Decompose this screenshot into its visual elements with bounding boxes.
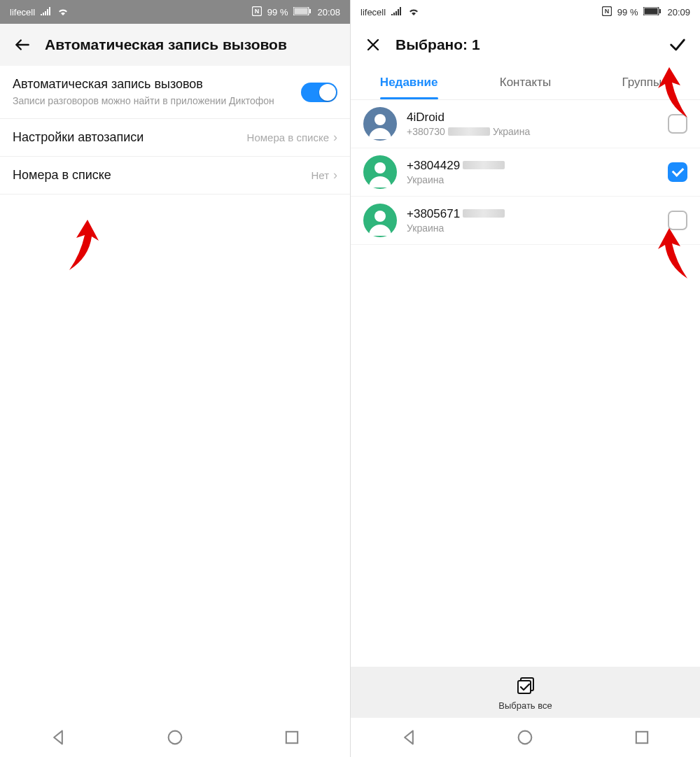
signal-icon xyxy=(391,7,402,17)
svg-text:N: N xyxy=(605,8,610,15)
screen-right: lifecell N 99 % 20:09 xyxy=(350,0,700,757)
status-bar: lifecell N 99 % 20:08 xyxy=(0,0,350,24)
settings-value: Номера в списке xyxy=(247,132,329,143)
row-autorecord-toggle[interactable]: Автоматическая запись вызовов Записи раз… xyxy=(0,66,350,119)
battery-icon xyxy=(293,7,312,17)
contact-row[interactable]: +3804429 Украина xyxy=(351,148,700,197)
wifi-icon xyxy=(408,7,419,17)
nav-recent[interactable] xyxy=(632,728,652,747)
header: Автоматическая запись вызовов xyxy=(0,24,350,66)
header: Выбрано: 1 xyxy=(351,24,700,66)
settings-title: Настройки автозаписи xyxy=(13,130,247,145)
svg-rect-11 xyxy=(659,9,661,13)
nav-home[interactable] xyxy=(165,728,185,747)
system-nav xyxy=(351,718,700,757)
contact-sub: Украина xyxy=(407,222,668,234)
battery-icon xyxy=(643,7,662,17)
nav-recent[interactable] xyxy=(282,728,302,747)
close-button[interactable] xyxy=(359,31,387,59)
checkbox[interactable] xyxy=(668,162,687,182)
select-all-icon xyxy=(517,677,535,695)
svg-point-20 xyxy=(519,731,532,744)
svg-point-17 xyxy=(374,211,386,222)
nav-back[interactable] xyxy=(399,728,419,747)
svg-rect-3 xyxy=(295,8,308,14)
tab-groups[interactable]: Группы xyxy=(584,66,700,99)
switch-autorecord[interactable] xyxy=(301,83,337,102)
clock: 20:08 xyxy=(317,7,340,17)
carrier-label: lifecell xyxy=(10,7,35,17)
svg-rect-10 xyxy=(645,8,658,14)
svg-rect-4 xyxy=(309,9,311,13)
svg-rect-21 xyxy=(636,732,648,743)
svg-text:N: N xyxy=(255,8,260,15)
chevron-right-icon: › xyxy=(333,130,337,145)
numberlist-title: Номера в списке xyxy=(13,168,311,183)
wifi-icon xyxy=(57,7,69,17)
contact-row[interactable]: +3805671 Украина xyxy=(351,197,700,245)
checkbox[interactable] xyxy=(668,114,687,134)
back-button[interactable] xyxy=(8,31,36,59)
page-title: Автоматическая запись вызовов xyxy=(45,36,342,53)
battery-text: 99 % xyxy=(617,7,638,17)
contact-sub: Украина xyxy=(407,174,668,185)
checkbox[interactable] xyxy=(668,211,687,230)
select-all-button[interactable]: Выбрать все xyxy=(351,667,700,718)
svg-point-13 xyxy=(374,114,386,125)
clock: 20:09 xyxy=(667,7,690,17)
battery-text: 99 % xyxy=(267,7,288,17)
row-autorecord-settings[interactable]: Настройки автозаписи Номера в списке › xyxy=(0,119,350,157)
screen-left: lifecell N 99 % 20:08 xyxy=(0,0,350,757)
nfc-icon: N xyxy=(252,6,262,18)
autorecord-sub: Записи разговоров можно найти в приложен… xyxy=(13,94,301,107)
row-number-list[interactable]: Номера в списке Нет › xyxy=(0,157,350,194)
page-title: Выбрано: 1 xyxy=(396,36,655,53)
annotation-arrow xyxy=(59,215,115,281)
contact-sub: +380730Украина xyxy=(407,126,668,137)
nav-home[interactable] xyxy=(515,728,535,747)
contact-row[interactable]: 4iDroid +380730Украина xyxy=(351,100,700,148)
avatar xyxy=(363,107,397,141)
system-nav xyxy=(0,718,350,757)
nav-back[interactable] xyxy=(48,728,68,747)
numberlist-value: Нет xyxy=(311,169,329,181)
svg-point-5 xyxy=(169,731,182,744)
contact-name: +3804429 xyxy=(407,159,668,173)
select-all-label: Выбрать все xyxy=(351,700,700,711)
confirm-button[interactable] xyxy=(664,31,692,59)
contact-list: 4iDroid +380730Украина +3804429 Украина … xyxy=(351,100,700,245)
tabs: Недавние Контакты Группы xyxy=(351,66,700,100)
chevron-right-icon: › xyxy=(333,168,337,183)
contact-name: +3805671 xyxy=(407,207,668,221)
svg-rect-19 xyxy=(518,681,531,693)
status-bar: lifecell N 99 % 20:09 xyxy=(351,0,700,24)
signal-icon xyxy=(41,7,52,17)
avatar xyxy=(363,204,397,237)
nfc-icon: N xyxy=(602,6,612,18)
contact-name: 4iDroid xyxy=(407,111,668,125)
svg-rect-6 xyxy=(286,732,297,743)
carrier-label: lifecell xyxy=(360,7,386,17)
autorecord-title: Автоматическая запись вызовов xyxy=(13,77,301,92)
tab-recent[interactable]: Недавние xyxy=(351,66,467,99)
svg-point-15 xyxy=(374,162,386,174)
tab-contacts[interactable]: Контакты xyxy=(467,66,583,99)
avatar xyxy=(363,155,397,189)
